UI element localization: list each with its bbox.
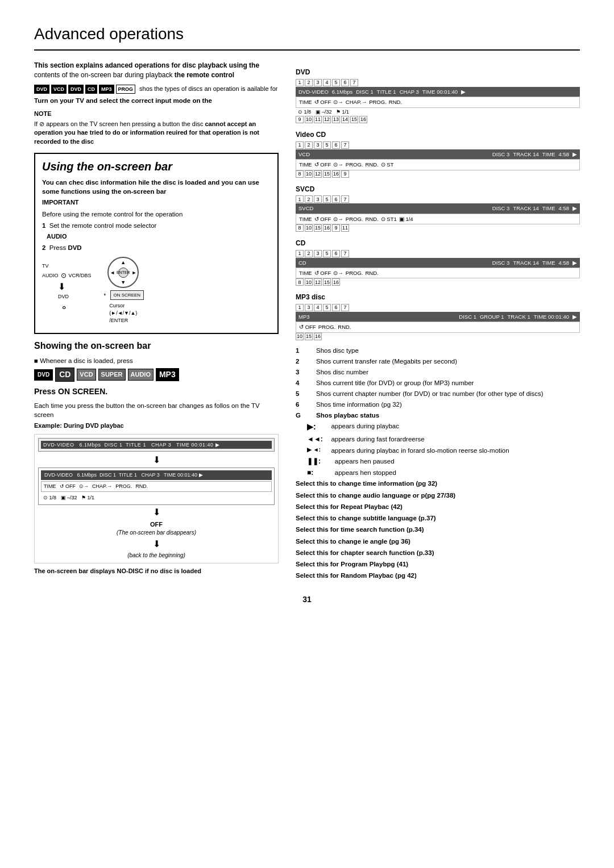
each-time-text: Each time you press the button the on-sc… — [34, 401, 279, 419]
status-stop: ■: appears hen stopped — [307, 468, 580, 478]
note-section: NOTE If ⊘ appears on the TV screen hen p… — [34, 110, 279, 146]
svcd-number-row1: 123 567 — [296, 195, 580, 203]
desc-item-6: 6Shos time information (pg 32) — [296, 400, 580, 409]
cd-icon: CD — [85, 85, 97, 94]
dvd-number-row1: 123 4567 — [296, 79, 580, 86]
dvd-example-diagram: DVD-VIDEO 6.1Mbps DISC 1 TITLE 1 CHAP 3 … — [34, 434, 279, 564]
status-slo: ▶ ◄: appears during playbac in forard sl… — [307, 446, 580, 455]
vcd-number-row2: 81012 15169 — [296, 170, 580, 178]
svcd-osd-bar: SVCDDISC 3TRACK 14TIME4:58▶ — [296, 203, 580, 213]
desc-item-3: 3Shos disc number — [296, 368, 580, 377]
vcd-display-section: Video CD 123 567 VCDDISC 3TRACK 14TIME4:… — [296, 130, 580, 177]
important-label: IMPORTANT — [42, 198, 271, 207]
mp3-number-row1: 134 567 — [296, 304, 580, 311]
no-disc-note: The on-screen bar displays NO-DISC if no… — [34, 567, 279, 575]
badge-dvd: DVD — [34, 369, 53, 381]
cd-display-section: CD 123 567 CDDISC 3TRACK 14TIME4:58▶ TIM… — [296, 239, 580, 286]
select-angle: Select this to change ie angle (pg 36) — [296, 537, 580, 546]
desc-item-g: GShos playbac status — [296, 411, 580, 420]
note-body: If ⊘ appears on the TV screen hen pressi… — [34, 120, 279, 146]
page-title: Advanced operations — [34, 23, 580, 51]
press-on-screen-label: Press ON SCREEN. — [34, 386, 279, 398]
example-title: Example: During DVD playbac — [34, 422, 279, 430]
select-random: Select this for Random Playbac (pg 42) — [296, 571, 580, 581]
prog-icon: PROG — [116, 85, 136, 94]
disc-type-badges: DVD CD VCD SUPER AUDIO MP3 — [34, 368, 279, 382]
vcd-osd-bar: VCDDISC 3TRACK 14TIME4:58▶ — [296, 149, 580, 159]
select-repeat: Select this for Repeat Playbac (42) — [296, 502, 580, 512]
important-text: Before using the remote control for the … — [42, 210, 271, 219]
intro-text: This section explains adanced operations… — [34, 61, 279, 80]
select-subtitle: Select this to change subtitle language … — [296, 514, 580, 523]
dvd-caption: ⊙ 1/8 ▣ –/32 ⚑ 1/1 — [296, 108, 580, 116]
step2-text: 2 Press DVD — [42, 243, 271, 252]
input-mode-text: Turn on your TV and select the correct i… — [34, 96, 279, 105]
remote-diagram: TV AUDIO ⊙ VCR/DBS ⬇ DVD ⚬ ▲ ▼ ◄ ► — [42, 257, 271, 324]
mp3-section-label: MP3 disc — [296, 293, 580, 302]
status-ff: ◄◄: appears during fast forardreerse — [307, 435, 580, 444]
badge-vcd: VCD — [77, 369, 96, 381]
descriptions-list: 1Shos disc type 2Shos current transfer r… — [296, 346, 580, 581]
badge-audio: AUDIO — [128, 369, 154, 381]
desc-item-5: 5Shos current chapter number (for DVD) o… — [296, 389, 580, 398]
mp3-display-section: MP3 disc 134 567 MP3DISC 1GROUP 1TRACK 1… — [296, 293, 580, 340]
select-program: Select this for Program Playbpg (41) — [296, 560, 580, 569]
select-audio: Select this to change audio language or … — [296, 491, 580, 500]
vcd-icon: VCD — [51, 85, 67, 94]
dvd-icon: DVD — [34, 85, 49, 94]
vcd-time-bar: TIME↺ OFF⊙→PROG.RND.⊙ ST — [296, 159, 580, 170]
desc-item-2: 2Shos current transfer rate (Megabits pe… — [296, 357, 580, 366]
dvd-osd-bar: DVD-VIDEO6.1MbpsDISC 1TITLE 1CHAP 3TIME … — [296, 87, 580, 97]
status-play: ▶: appears during playbac — [307, 422, 580, 433]
vcd-section-label: Video CD — [296, 130, 580, 140]
cd-number-row1: 123 567 — [296, 250, 580, 257]
svcd-time-bar: TIME↺ OFF⊙→PROG.RND.⊙ ST1▣ 1/4 — [296, 214, 580, 224]
badge-mp3: MP3 — [156, 368, 179, 382]
dvd-number-row2: 91011 121314 1516 — [296, 116, 580, 123]
disc-icons: DVD VCD DVD CD MP3 PROG shos the types o… — [34, 85, 279, 94]
dpad-area: ▲ ▼ ◄ ► ENTER ⚬ ON SCREEN Cursor(►/◄/▼/▲… — [103, 257, 144, 324]
mp3-icon: MP3 — [99, 85, 114, 94]
status-pause: ❚❚: appears hen paused — [307, 457, 580, 466]
select-time: Select this to change time information (… — [296, 479, 580, 489]
select-time-search: Select this for time search function (p.… — [296, 525, 580, 535]
cd-osd-bar: CDDISC 3TRACK 14TIME4:58▶ — [296, 258, 580, 268]
badge-cd: CD — [55, 368, 74, 382]
on-screen-bar-section: Using the on-screen bar You can chec dis… — [34, 153, 279, 334]
mp3-time-bar: ↺ OFFPROG.RND. — [296, 322, 580, 332]
mp3-number-row2: 101516 — [296, 333, 580, 340]
mp3-osd-bar: MP3DISC 1GROUP 1TRACK 1TIME 00:01:40▶ — [296, 312, 580, 322]
wheneer-text: ■ Wheneer a disc is loaded, press — [34, 356, 279, 365]
dvd2-icon: DVD — [68, 85, 84, 94]
dvd-time-bar: TIME↺ OFF⊙→CHAP.→PROG.RND. — [296, 97, 580, 107]
showing-bar-title: Showing the on-screen bar — [34, 340, 279, 352]
note-label: NOTE — [34, 110, 279, 118]
badge-super: SUPER — [98, 369, 126, 381]
vcd-number-row1: 123 567 — [296, 141, 580, 149]
audio-label: AUDIO — [47, 232, 271, 241]
select-chapter: Select this for chapter search function … — [296, 548, 580, 558]
cd-section-label: CD — [296, 239, 580, 248]
desc-item-1: 1Shos disc type — [296, 346, 580, 355]
disc-icon-note: shos the types of discs an operation is … — [139, 85, 277, 94]
page-number: 31 — [34, 594, 580, 606]
cd-number-row2: 81012 1516 — [296, 278, 580, 286]
tv-vcr-dvd-area: TV AUDIO ⊙ VCR/DBS ⬇ DVD ⚬ — [42, 262, 92, 314]
step1-text: 1 Set the remote control mode selector — [42, 221, 271, 230]
on-screen-button[interactable]: ON SCREEN — [110, 290, 144, 300]
cd-time-bar: TIME↺ OFF⊙→PROG.RND. — [296, 268, 580, 278]
desc-item-4: 4Shos current title (for DVD) or group (… — [296, 378, 580, 387]
dvd-display-section: DVD 123 4567 DVD-VIDEO6.1MbpsDISC 1TITLE… — [296, 68, 580, 123]
svcd-section-label: SVCD — [296, 185, 580, 194]
svcd-display-section: SVCD 123 567 SVCDDISC 3TRACK 14TIME4:58▶… — [296, 185, 580, 232]
on-screen-bar-desc: You can chec disc information hile the d… — [42, 178, 271, 196]
svcd-number-row2: 81015 16911 — [296, 224, 580, 232]
on-screen-bar-title: Using the on-screen bar — [42, 158, 271, 174]
dvd-section-label: DVD — [296, 68, 580, 77]
